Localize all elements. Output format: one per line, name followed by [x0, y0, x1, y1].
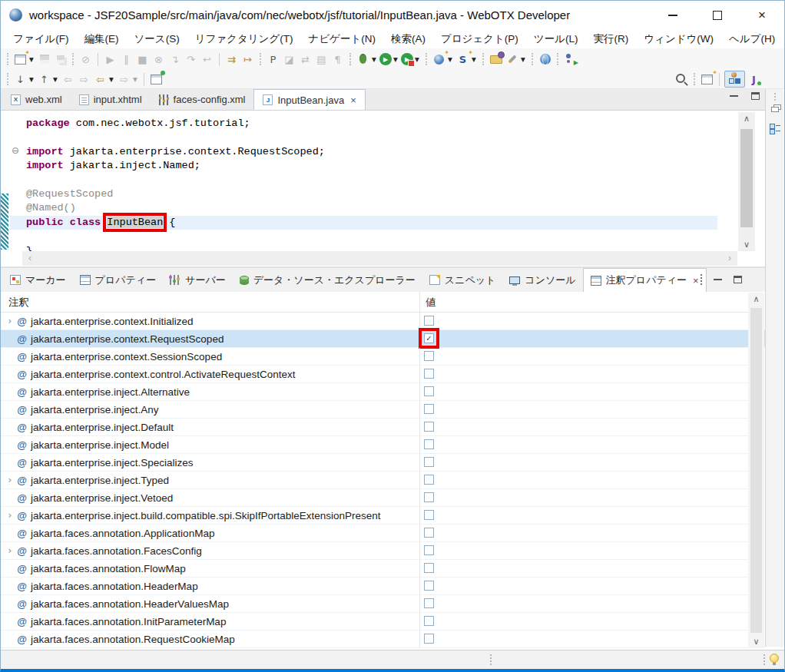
column-divider[interactable] [419, 292, 420, 312]
previous-annotation-icon[interactable]: ↑▼ [37, 71, 59, 88]
web-browser-icon[interactable] [538, 51, 552, 68]
tab-close-icon[interactable]: × [693, 275, 699, 286]
value-checkbox[interactable] [424, 510, 434, 520]
panel-tab-markers[interactable]: マーカー [3, 268, 73, 292]
editor-minimize-icon[interactable] [730, 95, 738, 97]
panel-tab-data-source-explorer[interactable]: データ・ソース・エクスプローラー [233, 268, 422, 292]
use-step-filters-icon[interactable]: ↦ [240, 51, 255, 68]
drag-handle[interactable] [774, 93, 776, 101]
dropdown-chevron-icon[interactable]: ▼ [446, 56, 454, 63]
table-row[interactable]: @jakarta.enterprise.inject.Specializes [1, 454, 765, 472]
outline-view-icon[interactable] [770, 123, 780, 133]
editor-tab-web.xml[interactable]: Xweb.xml [2, 89, 71, 110]
value-checkbox[interactable] [424, 404, 434, 414]
tab-close-icon[interactable]: × [350, 94, 356, 106]
open-type-icon[interactable]: P [266, 51, 280, 68]
pin-editor-icon[interactable] [149, 71, 164, 88]
table-row[interactable]: @jakarta.faces.annotation.InitParameterM… [1, 613, 765, 631]
table-row[interactable]: @jakarta.enterprise.inject.Vetoed [1, 489, 765, 507]
table-row[interactable]: @jakarta.faces.annotation.RequestCookieM… [1, 631, 765, 648]
menu-item-10[interactable]: ウィンドウ(W) [636, 30, 721, 48]
table-row[interactable]: @jakarta.enterprise.inject.Model [1, 436, 765, 454]
column-header-value[interactable]: 値 [426, 296, 436, 310]
table-vertical-scrollbar[interactable]: ∧ ∨ [748, 293, 764, 648]
expander-icon[interactable]: › [5, 545, 15, 556]
editor-maximize-icon[interactable] [751, 92, 760, 100]
dropdown-chevron-icon[interactable]: ▼ [470, 56, 478, 63]
value-checkbox[interactable] [424, 492, 434, 502]
value-checkbox[interactable] [424, 581, 434, 591]
editor-tab-faces-config.xml[interactable]: faces-config.xml [151, 89, 254, 110]
perspective-webotx-icon[interactable] [724, 71, 745, 88]
expander-icon[interactable]: › [5, 510, 15, 521]
scroll-down-icon[interactable]: ∨ [738, 240, 755, 250]
editor-tab-input.xhtml[interactable]: input.xhtml [71, 89, 151, 110]
table-row[interactable]: @jakarta.enterprise.inject.Any [1, 401, 765, 419]
menu-item-5[interactable]: ナビゲート(N) [300, 30, 383, 48]
dropdown-chevron-icon[interactable]: ▼ [519, 56, 527, 63]
status-splitter[interactable] [490, 654, 492, 665]
dropdown-chevron-icon[interactable]: ▼ [131, 76, 139, 83]
run-icon[interactable]: ▶▼ [379, 51, 399, 68]
table-row[interactable]: ›@jakarta.enterprise.inject.Typed [1, 472, 765, 489]
new-dynamic-web-icon[interactable]: ▼ [432, 51, 454, 68]
external-tools-icon[interactable] [563, 51, 578, 68]
dropdown-chevron-icon[interactable]: ▼ [28, 76, 35, 83]
dropdown-chevron-icon[interactable]: ▼ [51, 76, 59, 83]
value-checkbox[interactable] [424, 528, 434, 538]
table-row[interactable]: @jakarta.enterprise.inject.Alternative [1, 383, 765, 401]
value-checkbox[interactable] [424, 316, 434, 326]
panel-tab-annotation-properties[interactable]: 注釈プロパティー× [583, 268, 707, 292]
style-brush-icon[interactable]: ▼ [505, 51, 527, 68]
next-annotation-icon[interactable]: ↓▼ [13, 71, 35, 88]
column-header-annotation[interactable]: 注釈 [8, 296, 29, 310]
dropdown-chevron-icon[interactable]: ▼ [28, 56, 35, 63]
window-close-button[interactable]: × [740, 1, 784, 29]
menu-item-4[interactable]: リファクタリング(T) [187, 30, 301, 48]
panel-tab-console[interactable]: コンソール [502, 268, 582, 292]
dropdown-chevron-icon[interactable]: ▼ [108, 76, 115, 83]
table-row[interactable]: ›@jakarta.faces.annotation.FacesConfig [1, 542, 765, 560]
editor-tab-InputBean.java[interactable]: JInputBean.java× [253, 89, 365, 110]
dropdown-chevron-icon[interactable]: ▼ [370, 56, 378, 63]
panel-tab-properties[interactable]: プロパティー [73, 268, 164, 292]
restore-views-icon[interactable] [771, 107, 779, 112]
table-row[interactable]: @jakarta.enterprise.context.SessionScope… [1, 348, 765, 366]
open-perspective-icon[interactable] [700, 71, 714, 88]
search-icon[interactable] [674, 71, 689, 88]
editor-vertical-scrollbar[interactable]: ∧ ∨ [738, 112, 755, 251]
value-checkbox[interactable]: ✓ [424, 333, 434, 343]
panel-tab-servers[interactable]: サーバー [163, 268, 233, 292]
value-checkbox[interactable] [424, 386, 434, 396]
window-maximize-button[interactable] [695, 1, 740, 29]
menu-item-8[interactable]: ツール(L) [526, 30, 586, 48]
next-edit-location-icon[interactable]: ⇨ [77, 71, 91, 88]
table-row[interactable]: ›@jakarta.enterprise.context.Initialized [1, 313, 765, 330]
panel-maximize-icon[interactable] [734, 276, 742, 283]
value-checkbox[interactable] [424, 616, 434, 626]
import-file-icon[interactable] [489, 51, 503, 68]
scrollbar-thumb[interactable] [740, 129, 753, 227]
menu-item-9[interactable]: 実行(R) [586, 30, 637, 48]
value-checkbox[interactable] [424, 563, 434, 573]
table-row[interactable]: @jakarta.faces.annotation.ApplicationMap [1, 525, 765, 542]
back-icon[interactable]: ⇦▼ [93, 71, 115, 88]
coverage-icon[interactable]: ▶▼ [401, 51, 421, 68]
dropdown-chevron-icon[interactable]: ▼ [392, 56, 399, 63]
lightbulb-icon[interactable] [770, 654, 779, 663]
menu-item-2[interactable]: 編集(E) [77, 30, 127, 48]
value-checkbox[interactable] [424, 457, 434, 467]
scroll-up-icon[interactable]: ∧ [738, 114, 755, 124]
perspective-java-icon[interactable]: J [747, 71, 761, 88]
debug-icon[interactable]: ▼ [356, 51, 378, 68]
new-servlet-icon[interactable]: S▼ [455, 51, 478, 68]
table-row[interactable]: @jakarta.faces.annotation.FlowMap [1, 560, 765, 578]
value-checkbox[interactable] [424, 439, 434, 449]
menu-item-6[interactable]: 検索(A) [383, 30, 433, 48]
scroll-down-icon[interactable]: ∨ [748, 637, 764, 647]
window-minimize-button[interactable] [651, 1, 695, 29]
view-menu-icon[interactable] [701, 274, 702, 285]
value-checkbox[interactable] [424, 634, 434, 644]
panel-tab-snippets[interactable]: スニペット [422, 268, 503, 292]
scrollbar-thumb[interactable] [750, 308, 762, 633]
